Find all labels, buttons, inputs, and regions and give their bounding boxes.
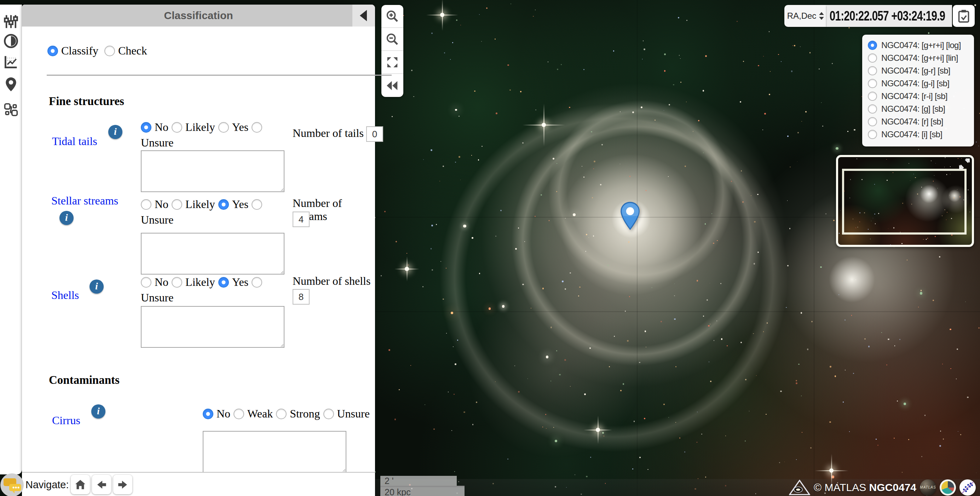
layer-radio[interactable] bbox=[868, 104, 877, 114]
pipeline-icon[interactable] bbox=[3, 102, 19, 118]
cirrus-no-radio[interactable] bbox=[203, 409, 213, 419]
layer-option[interactable]: NGC0474: [g+r+i] [lin] bbox=[868, 52, 974, 64]
layer-radio[interactable] bbox=[868, 53, 877, 63]
cirrus-link[interactable]: Cirrus bbox=[52, 414, 80, 427]
star bbox=[801, 121, 802, 122]
cirrus-weak-radio[interactable] bbox=[234, 409, 244, 419]
star bbox=[807, 348, 809, 350]
star bbox=[457, 340, 458, 341]
tidal-yes-radio[interactable] bbox=[218, 122, 229, 133]
cirrus-unsure-radio[interactable] bbox=[323, 409, 334, 419]
rewind-button[interactable] bbox=[382, 74, 403, 97]
number-of-shells-input[interactable] bbox=[293, 289, 310, 305]
streams-no-label: No bbox=[154, 198, 169, 211]
streams-no-radio[interactable] bbox=[141, 199, 151, 210]
stellar-streams-info-icon[interactable]: i bbox=[59, 211, 73, 225]
radio-classify[interactable] bbox=[48, 46, 58, 56]
stellar-streams-comment-box[interactable] bbox=[141, 233, 285, 275]
layer-option[interactable]: NGC0474: [g-r] [sb] bbox=[868, 64, 974, 77]
home-button[interactable] bbox=[71, 475, 90, 494]
layer-radio[interactable] bbox=[868, 41, 877, 50]
tidal-no-radio[interactable] bbox=[141, 122, 151, 133]
layer-radio[interactable] bbox=[868, 66, 877, 75]
feedback-chat-widget[interactable] bbox=[0, 473, 24, 496]
zoom-out-button[interactable] bbox=[382, 28, 403, 51]
tool-sidebar bbox=[0, 5, 22, 474]
layer-option[interactable]: NGC0474: [i] [sb] bbox=[868, 128, 974, 141]
zoom-in-button[interactable] bbox=[382, 5, 403, 28]
layer-option[interactable]: NGC0474: [g+r+i] [log] bbox=[868, 39, 974, 52]
shells-yes-radio[interactable] bbox=[218, 277, 229, 288]
cirrus-info-icon[interactable]: i bbox=[91, 404, 105, 418]
star bbox=[654, 119, 655, 121]
star bbox=[496, 113, 497, 114]
star bbox=[388, 349, 390, 351]
chat-bubbles-icon bbox=[0, 473, 24, 496]
scatterplot-logo[interactable] bbox=[959, 479, 976, 496]
layer-option[interactable]: NGC0474: [g-i] [sb] bbox=[868, 77, 974, 90]
layer-selector-panel: NGC0474: [g+r+i] [log] NGC0474: [g+r+i] … bbox=[862, 35, 974, 146]
next-button[interactable] bbox=[113, 475, 132, 494]
sliders-icon[interactable] bbox=[3, 14, 19, 29]
shells-no-radio[interactable] bbox=[141, 277, 151, 288]
star bbox=[479, 273, 480, 274]
overview-minimap[interactable] bbox=[836, 155, 974, 247]
cirrus-comment-box[interactable] bbox=[203, 431, 346, 473]
star bbox=[632, 111, 634, 113]
number-of-streams-input[interactable] bbox=[293, 211, 310, 227]
minimap-star bbox=[892, 172, 893, 173]
tidal-likely-radio[interactable] bbox=[172, 122, 182, 133]
layer-option[interactable]: NGC0474: [g] [sb] bbox=[868, 103, 974, 115]
coordinate-bar: RA,Dec 01:20:22.057 +03:24:19.9 bbox=[784, 5, 975, 27]
marker-icon[interactable] bbox=[3, 76, 19, 92]
copy-coordinates-button[interactable] bbox=[953, 5, 975, 27]
panel-header: Classification bbox=[22, 5, 375, 27]
star bbox=[600, 184, 601, 185]
star bbox=[675, 366, 676, 367]
radio-check[interactable] bbox=[104, 46, 115, 56]
tidal-tails-link[interactable]: Tidal tails bbox=[52, 135, 97, 148]
panel-collapse-button[interactable] bbox=[352, 5, 375, 27]
layer-radio[interactable] bbox=[868, 79, 877, 88]
star bbox=[709, 362, 710, 362]
chart-icon[interactable] bbox=[3, 54, 19, 70]
layer-radio[interactable] bbox=[868, 92, 877, 101]
star bbox=[562, 281, 563, 282]
piechart-logo[interactable] bbox=[940, 479, 956, 496]
star bbox=[835, 375, 836, 377]
fullscreen-button[interactable] bbox=[382, 51, 403, 74]
minimap-star bbox=[970, 211, 970, 212]
shells-link[interactable]: Shells bbox=[51, 289, 79, 302]
minimap-toggle-icon[interactable] bbox=[958, 158, 970, 170]
layer-label: NGC0474: [i] [sb] bbox=[881, 129, 942, 139]
stellar-streams-link[interactable]: Stellar streams bbox=[51, 194, 118, 207]
layer-radio[interactable] bbox=[868, 130, 877, 139]
tidal-tails-comment-box[interactable] bbox=[141, 150, 285, 192]
contrast-icon[interactable] bbox=[3, 33, 19, 49]
tidal-tails-info-icon[interactable]: i bbox=[108, 125, 123, 139]
shells-likely-radio[interactable] bbox=[172, 277, 182, 288]
star bbox=[479, 14, 480, 15]
matlas-logo[interactable]: MATLAS bbox=[920, 479, 936, 496]
star bbox=[868, 346, 870, 347]
aladin-logo[interactable] bbox=[789, 480, 810, 495]
star bbox=[786, 307, 786, 308]
number-of-tails-input[interactable] bbox=[366, 126, 383, 142]
streams-unsure-radio[interactable] bbox=[251, 199, 262, 210]
star bbox=[789, 228, 791, 229]
star bbox=[511, 3, 511, 4]
layer-option[interactable]: NGC0474: [r-i] [sb] bbox=[868, 90, 974, 103]
star bbox=[620, 111, 620, 112]
cirrus-strong-radio[interactable] bbox=[276, 409, 286, 419]
previous-button[interactable] bbox=[92, 475, 111, 494]
layer-radio[interactable] bbox=[868, 117, 877, 126]
streams-likely-radio[interactable] bbox=[172, 199, 182, 210]
shells-comment-box[interactable] bbox=[141, 306, 285, 348]
star bbox=[924, 415, 926, 416]
tidal-unsure-radio[interactable] bbox=[251, 122, 262, 133]
shells-info-icon[interactable]: i bbox=[89, 280, 103, 294]
shells-unsure-radio[interactable] bbox=[251, 277, 262, 288]
streams-yes-radio[interactable] bbox=[218, 199, 229, 210]
coordinate-system-select[interactable]: RA,Dec bbox=[784, 5, 827, 27]
layer-option[interactable]: NGC0474: [r] [sb] bbox=[868, 115, 974, 128]
